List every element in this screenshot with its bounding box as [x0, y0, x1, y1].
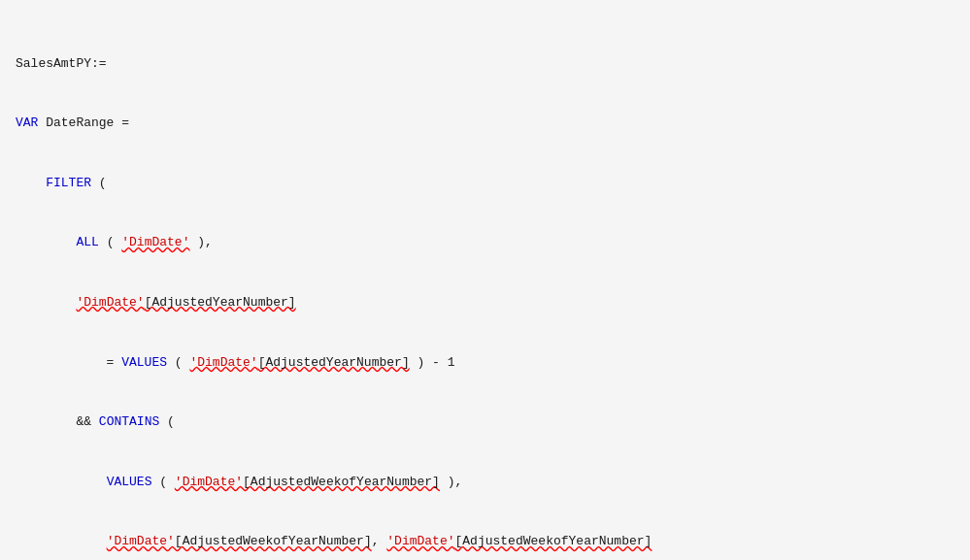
line-7: && CONTAINS (: [16, 412, 954, 432]
line-1: SalesAmtPY:=: [16, 54, 954, 74]
line-3: FILTER (: [16, 174, 954, 193]
line-5: 'DimDate'[AdjustedYearNumber]: [16, 293, 954, 313]
line-4: ALL ( 'DimDate' ),: [16, 233, 954, 252]
code-editor[interactable]: SalesAmtPY:= VAR DateRange = FILTER ( AL…: [0, 0, 970, 560]
line-6: = VALUES ( 'DimDate'[AdjustedYearNumber]…: [16, 353, 954, 373]
line-2: VAR DateRange =: [16, 114, 954, 133]
code-content: SalesAmtPY:= VAR DateRange = FILTER ( AL…: [0, 10, 970, 560]
line-8: VALUES ( 'DimDate'[AdjustedWeekofYearNum…: [16, 473, 954, 492]
line-9: 'DimDate'[AdjustedWeekofYearNumber], 'Di…: [16, 532, 954, 551]
